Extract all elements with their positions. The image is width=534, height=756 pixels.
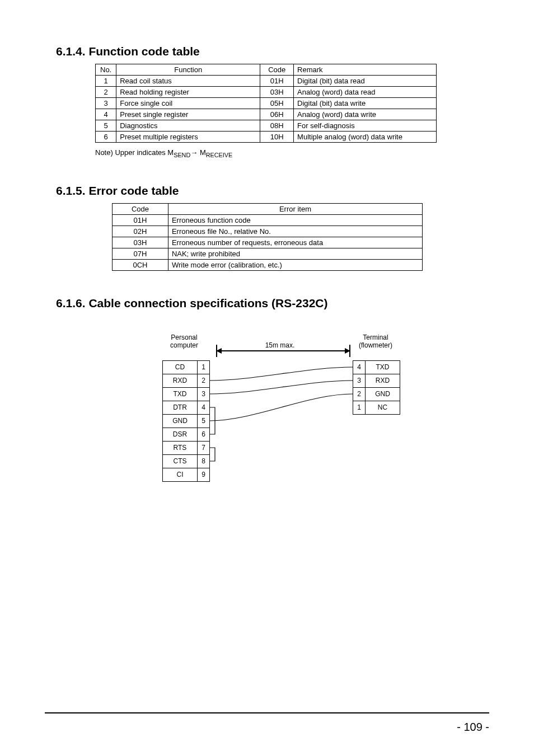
cell: 10H <box>260 132 294 143</box>
cell: 06H <box>260 109 294 120</box>
col-header: Error item <box>168 203 422 214</box>
cell: 08H <box>260 120 294 132</box>
table-row: 5Diagnostics08HFor self-diagnosis <box>96 120 437 132</box>
col-header: No. <box>96 64 116 76</box>
table-row: 0CHWrite mode error (calibration, etc.) <box>113 259 423 270</box>
cell: Force single coil <box>116 98 260 109</box>
table-row: 6Preset multiple registers10HMultiple an… <box>96 132 437 143</box>
table-row: 4Preset single register06HAnalog (word) … <box>96 109 437 120</box>
page-number: - 109 - <box>457 721 489 734</box>
cell: 0CH <box>113 259 168 270</box>
cell: 6 <box>96 132 116 143</box>
pin-number: 4 <box>198 401 210 414</box>
cell: Erroneous file No., relative No. <box>168 226 422 237</box>
table-row: 07HNAK; write prohibited <box>113 248 423 259</box>
pin-name: CI <box>163 468 198 481</box>
table-row: CD1 <box>163 360 210 374</box>
cell: Read coil status <box>116 76 260 87</box>
pin-name: DSR <box>163 428 198 441</box>
cell: Write mode error (calibration, etc.) <box>168 259 422 270</box>
cell: 3 <box>96 98 116 109</box>
arrow-right-icon <box>345 348 350 354</box>
error-code-table: Code Error item 01HErroneous function co… <box>112 203 423 271</box>
terminal-pin-table: 4TXD3RXD2GND1NC <box>353 360 400 415</box>
cell: 01H <box>113 214 168 226</box>
cell: 05H <box>260 98 294 109</box>
label-pc: Personal computer <box>159 334 209 349</box>
label-ter: Terminal (flowmeter) <box>350 334 401 349</box>
pin-name: GND <box>366 387 400 401</box>
table-row: CI9 <box>163 468 210 481</box>
cell: Analog (word) data write <box>294 109 437 120</box>
table-row: 2Read holding register03HAnalog (word) d… <box>96 87 437 98</box>
pin-name: DTR <box>163 401 198 414</box>
table-row: No. Function Code Remark <box>96 64 437 76</box>
note-sub1: SEND <box>174 152 190 158</box>
cell: Read holding register <box>116 87 260 98</box>
pin-number: 3 <box>198 387 210 401</box>
pin-name: RXD <box>366 374 400 387</box>
table-row: CTS8 <box>163 454 210 468</box>
cell: Preset single register <box>116 109 260 120</box>
table-row: TXD3 <box>163 387 210 401</box>
pin-name: GND <box>163 414 198 428</box>
heading-614: 6.1.4. Function code table <box>56 45 489 58</box>
arrow-left-icon <box>216 348 222 354</box>
table-row: DTR4 <box>163 401 210 414</box>
pin-number: 7 <box>198 441 210 454</box>
table-row: GND5 <box>163 414 210 428</box>
arrow-icon: → M <box>190 148 205 157</box>
cell: 02H <box>113 226 168 237</box>
cell: Multiple analog (word) data write <box>294 132 437 143</box>
col-header: Remark <box>294 64 437 76</box>
heading-615: 6.1.5. Error code table <box>56 184 489 198</box>
note-sub2: RECEIVE <box>206 152 233 158</box>
pin-name: CTS <box>163 454 198 468</box>
table-row: 01HErroneous function code <box>113 214 423 226</box>
cell: 1 <box>96 76 116 87</box>
table-row: 4TXD <box>353 360 400 374</box>
pin-number: 1 <box>353 401 366 414</box>
label-length: 15m max. <box>246 341 313 349</box>
pin-number: 5 <box>198 414 210 428</box>
pin-number: 2 <box>198 374 210 387</box>
cell: Diagnostics <box>116 120 260 132</box>
table-row: 1Read coil status01HDigital (bit) data r… <box>96 76 437 87</box>
pin-number: 9 <box>198 468 210 481</box>
cell: Erroneous number of requests, erroneous … <box>168 237 422 248</box>
pin-name: CD <box>163 360 198 374</box>
table-row: DSR6 <box>163 428 210 441</box>
cell: 07H <box>113 248 168 259</box>
table-row: 03HErroneous number of requests, erroneo… <box>113 237 423 248</box>
pin-number: 2 <box>353 387 366 401</box>
table-row: 2GND <box>353 387 400 401</box>
pin-number: 1 <box>198 360 210 374</box>
length-line <box>216 350 350 351</box>
func-note: Note) Upper indicates MSEND → MRECEIVE <box>95 148 489 158</box>
pc-pin-table: CD1RXD2TXD3DTR4GND5DSR6RTS7CTS8CI9 <box>162 360 210 482</box>
pin-name: NC <box>366 401 400 414</box>
table-row: RTS7 <box>163 441 210 454</box>
function-code-table: No. Function Code Remark 1Read coil stat… <box>95 64 437 143</box>
cell: 03H <box>260 87 294 98</box>
cell: Digital (bit) data write <box>294 98 437 109</box>
cell: For self-diagnosis <box>294 120 437 132</box>
table-row: 3RXD <box>353 374 400 387</box>
pin-name: RTS <box>163 441 198 454</box>
table-row: 02HErroneous file No., relative No. <box>113 226 423 237</box>
cell: 5 <box>96 120 116 132</box>
pin-name: TXD <box>163 387 198 401</box>
table-row: 3Force single coil05HDigital (bit) data … <box>96 98 437 109</box>
pin-number: 4 <box>353 360 366 374</box>
cell: Analog (word) data read <box>294 87 437 98</box>
pin-name: RXD <box>163 374 198 387</box>
col-header: Code <box>113 203 168 214</box>
heading-616: 6.1.6. Cable connection specifications (… <box>56 297 489 310</box>
cell: Preset multiple registers <box>116 132 260 143</box>
cell: 2 <box>96 87 116 98</box>
col-header: Code <box>260 64 294 76</box>
wiring-svg <box>209 360 353 483</box>
note-prefix: Note) Upper indicates M <box>95 148 174 157</box>
cell: NAK; write prohibited <box>168 248 422 259</box>
pin-number: 3 <box>353 374 366 387</box>
